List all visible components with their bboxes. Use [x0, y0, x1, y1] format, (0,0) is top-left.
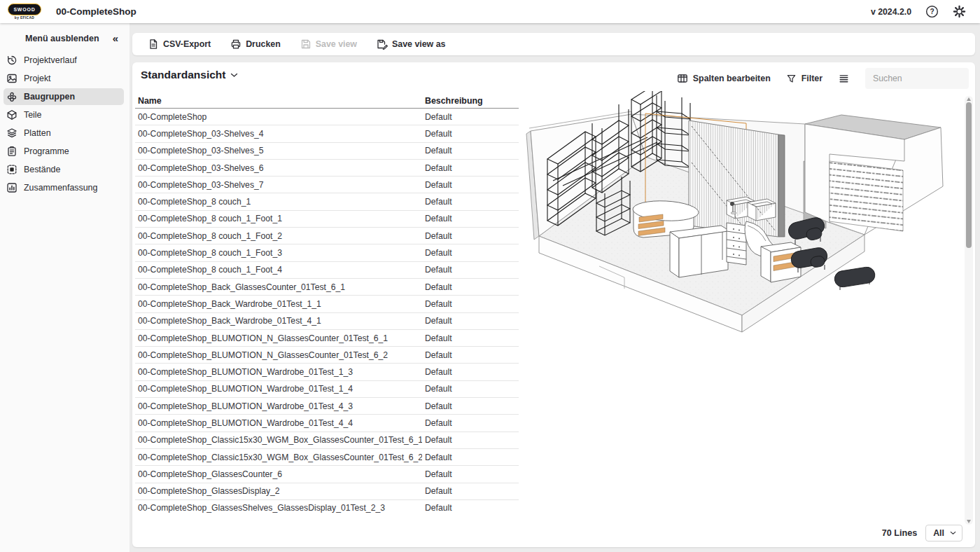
collapse-chevrons-icon[interactable]: «: [113, 33, 118, 43]
sidebar-item-label: Bestände: [24, 165, 60, 174]
sidebar-item-platten[interactable]: Platten: [4, 125, 124, 142]
3d-preview[interactable]: [522, 91, 965, 532]
layers-icon: [6, 127, 18, 139]
row-description-cell: Default: [422, 453, 519, 462]
row-name-cell: 00-CompleteShop_8 couch_1: [135, 197, 422, 207]
scrollbar-thumb[interactable]: [966, 102, 972, 248]
row-description-cell: Default: [422, 333, 519, 343]
row-name-cell: 00-CompleteShop_Classic15x30_WGM_Box_Gla…: [135, 453, 422, 462]
view-selector[interactable]: Standardansicht: [141, 69, 238, 81]
row-name-cell: 00-CompleteShop: [135, 112, 422, 122]
sidebar-item-projektverlauf[interactable]: Projektverlauf: [4, 52, 124, 69]
csv-export-button[interactable]: CSV-Export: [139, 33, 219, 55]
scroll-up-icon[interactable]: [967, 97, 971, 101]
sidebar-item-label: Projektverlauf: [24, 55, 77, 65]
sidebar-item-label: Baugruppen: [24, 92, 75, 102]
table-row[interactable]: 00-CompleteShop_BLUMOTION_Wardrobe_01Tes…: [135, 364, 519, 380]
scroll-down-icon[interactable]: [967, 520, 971, 523]
row-description-cell: Default: [422, 231, 519, 241]
table-row[interactable]: 00-CompleteShop_Back_Wardrobe_01Test_4_1…: [135, 313, 519, 330]
row-name-cell: 00-CompleteShop_BLUMOTION_N_GlassesCount…: [135, 333, 422, 343]
table-row[interactable]: 00-CompleteShop_BLUMOTION_Wardrobe_01Tes…: [135, 398, 519, 415]
save-view-label: Save view: [316, 39, 357, 49]
edit-columns-button[interactable]: Spalten bearbeiten: [677, 73, 771, 84]
sidebar-item-bestaende[interactable]: Bestände: [4, 161, 124, 178]
table-row[interactable]: 00-CompleteShop_8 couch_1_Foot_2 Default: [135, 228, 519, 244]
table-row[interactable]: 00-CompleteShop Default: [135, 109, 519, 125]
list-icon: [838, 73, 850, 85]
row-description-cell: Default: [422, 163, 519, 173]
stock-icon: [6, 164, 18, 175]
csv-export-label: CSV-Export: [163, 39, 211, 49]
sidebar-item-programme[interactable]: Programme: [4, 143, 124, 160]
row-name-cell: 00-CompleteShop_03-Shelves_5: [135, 146, 422, 156]
save-view-button: Save view: [292, 33, 365, 55]
sidebar-item-baugruppen[interactable]: Baugruppen: [4, 88, 124, 105]
row-name-cell: 00-CompleteShop_Classic15x30_WGM_Box_Gla…: [135, 435, 422, 445]
row-name-cell: 00-CompleteShop_Back_GlassesCounter_01Te…: [135, 282, 422, 292]
table-row[interactable]: 00-CompleteShop_8 couch_1_Foot_1 Default: [135, 211, 519, 228]
save-view-as-button[interactable]: Save view as: [368, 33, 454, 55]
column-header-beschreibung[interactable]: Beschreibung: [422, 96, 519, 106]
cube-icon: [6, 109, 18, 120]
history-icon: [6, 55, 18, 66]
table-row[interactable]: 00-CompleteShop_03-Shelves_5 Default: [135, 143, 519, 160]
table-row[interactable]: 00-CompleteShop_Back_Wardrobe_01Test_1_1…: [135, 296, 519, 312]
row-description-cell: Default: [422, 282, 519, 292]
vertical-scrollbar[interactable]: [965, 96, 973, 525]
app-version: v 2024.2.0: [871, 7, 911, 17]
print-button[interactable]: Drucken: [222, 33, 289, 55]
column-header-name[interactable]: Name: [135, 96, 422, 106]
summary-icon: [6, 182, 18, 193]
row-name-cell: 00-CompleteShop_03-Shelves_4: [135, 129, 422, 139]
table-row[interactable]: 00-CompleteShop_BLUMOTION_N_GlassesCount…: [135, 347, 519, 364]
sidebar-item-zusammenfassung[interactable]: Zusammenfassung: [4, 179, 124, 196]
chevron-down-icon: [950, 531, 956, 535]
row-density-button[interactable]: [838, 73, 850, 85]
row-name-cell: 00-CompleteShop_BLUMOTION_Wardrobe_01Tes…: [135, 384, 422, 394]
table-row[interactable]: 00-CompleteShop_BLUMOTION_N_GlassesCount…: [135, 330, 519, 347]
table-row[interactable]: 00-CompleteShop_Back_GlassesCounter_01Te…: [135, 279, 519, 296]
table-row[interactable]: 00-CompleteShop_03-Shelves_7 Default: [135, 177, 519, 193]
help-icon[interactable]: ?: [925, 5, 939, 18]
sidebar-nav: Projektverlauf Projekt Baugruppen Teile …: [0, 52, 130, 196]
row-description-cell: Default: [422, 129, 519, 139]
sidebar-item-projekt[interactable]: Projekt: [4, 70, 124, 87]
table-row[interactable]: 00-CompleteShop_GlassesCounter_6 Default: [135, 466, 519, 483]
page-title: 00-CompleteShop: [56, 6, 136, 17]
table-row[interactable]: 00-CompleteShop_8 couch_1 Default: [135, 193, 519, 210]
row-description-cell: Default: [422, 384, 519, 394]
page-size-select[interactable]: All: [925, 525, 962, 541]
table-row[interactable]: 00-CompleteShop_Classic15x30_WGM_Box_Gla…: [135, 449, 519, 466]
row-name-cell: 00-CompleteShop_BLUMOTION_Wardrobe_01Tes…: [135, 367, 422, 377]
row-description-cell: Default: [422, 418, 519, 428]
gear-icon[interactable]: [953, 5, 966, 18]
row-name-cell: 00-CompleteShop_8 couch_1_Foot_4: [135, 265, 422, 275]
row-description-cell: Default: [422, 265, 519, 275]
print-label: Drucken: [246, 39, 281, 49]
row-description-cell: Default: [422, 197, 519, 207]
row-description-cell: Default: [422, 401, 519, 411]
filter-label: Filter: [802, 74, 822, 83]
table-row[interactable]: 00-CompleteShop_03-Shelves_4 Default: [135, 125, 519, 142]
table-row[interactable]: 00-CompleteShop_BLUMOTION_Wardrobe_01Tes…: [135, 415, 519, 432]
table-row[interactable]: 00-CompleteShop_8 couch_1_Foot_4 Default: [135, 262, 519, 279]
page-size-value: All: [933, 528, 944, 538]
row-description-cell: Default: [422, 435, 519, 445]
table-row[interactable]: 00-CompleteShop_8 couch_1_Foot_3 Default: [135, 244, 519, 261]
table-row[interactable]: 00-CompleteShop_03-Shelves_6 Default: [135, 160, 519, 177]
table-row[interactable]: 00-CompleteShop_Classic15x30_WGM_Box_Gla…: [135, 432, 519, 449]
table-row[interactable]: 00-CompleteShop_GlassesDisplay_2 Default: [135, 483, 519, 500]
row-description-cell: Default: [422, 180, 519, 190]
collapse-menu-label[interactable]: Menü ausblenden: [25, 34, 99, 43]
row-description-cell: Default: [422, 503, 519, 513]
table-row[interactable]: 00-CompleteShop_BLUMOTION_Wardrobe_01Tes…: [135, 381, 519, 398]
filter-icon: [786, 74, 797, 84]
sidebar-item-teile[interactable]: Teile: [4, 106, 124, 123]
table-row[interactable]: 00-CompleteShop_GlassesShelves_GlassesDi…: [135, 500, 519, 513]
row-description-cell: Default: [422, 316, 519, 326]
row-description-cell: Default: [422, 367, 519, 377]
filter-button[interactable]: Filter: [786, 74, 822, 84]
search-input[interactable]: [865, 68, 969, 89]
row-name-cell: 00-CompleteShop_03-Shelves_6: [135, 163, 422, 173]
